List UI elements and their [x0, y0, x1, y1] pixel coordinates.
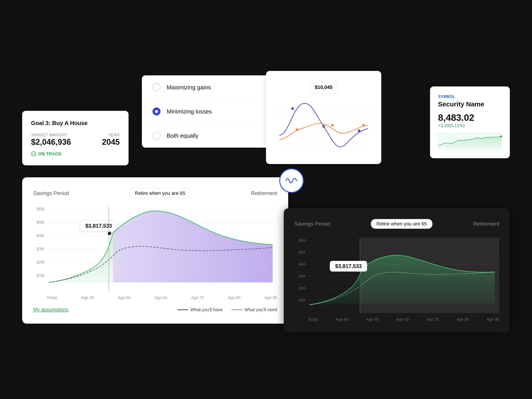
x-axis-dark: Today Age 40 Age 50 Age 60 Age 70 Age 80… [294, 315, 499, 322]
security-change: +3.28(0.11%) [438, 123, 502, 128]
x-label-60-dark: Age 60 [396, 317, 409, 322]
security-card: SYMBOL Security Name 8,483.02 +3.28(0.11… [430, 86, 510, 158]
x-label-70-light: Age 70 [191, 296, 204, 300]
svg-text:$5M: $5M [298, 250, 305, 254]
stock-chart-card: $10,045 [266, 71, 381, 164]
stock-tooltip: $10,045 [310, 82, 337, 93]
chart-area-dark: $3,817,533 $6M $5M $4M $3M $2M $1M [294, 238, 499, 322]
svg-point-9 [331, 124, 334, 127]
x-label-40-dark: Age 40 [336, 317, 348, 322]
svg-text:$1M: $1M [37, 273, 44, 278]
savings-dark-card: Savings Period Retire when you are 65 Re… [284, 208, 510, 332]
x-label-today-dark: Today [308, 317, 318, 322]
x-label-80-dark: Age 80 [456, 317, 469, 322]
stock-svg [275, 89, 372, 160]
security-name: Security Name [438, 101, 502, 108]
chart-legend: What you'll have What you'll need [177, 307, 277, 312]
security-sparkline [438, 133, 502, 150]
retirement-label-light: Retirement [251, 190, 277, 196]
svg-text:$3M: $3M [37, 247, 44, 251]
svg-point-10 [362, 124, 365, 127]
goal-title: Goal 3: Buy A House [31, 120, 120, 127]
target-label: TARGET AMOUNT [31, 133, 71, 137]
chart-footer-light: My assumptions What you'll have What you… [33, 307, 277, 313]
svg-text:$4M: $4M [37, 234, 44, 238]
x-label-50-dark: Age 50 [366, 317, 379, 322]
svg-point-7 [358, 129, 361, 132]
check-circle-icon [31, 151, 36, 157]
goal-card: Goal 3: Buy A House TARGET AMOUNT $2,046… [22, 111, 129, 165]
chart-header-dark: Savings Period Retire when you are 65 Re… [294, 219, 499, 229]
svg-text:$6M: $6M [298, 239, 305, 242]
radio-circle-both [152, 132, 160, 140]
svg-text:$3M: $3M [298, 274, 305, 278]
x-label-60-light: Age 60 [154, 296, 167, 300]
x-label-90-light: Age 90 [265, 296, 277, 300]
svg-point-5 [291, 107, 294, 110]
chart-header-light: Savings Period Retire when you are 65 Re… [33, 188, 277, 198]
security-price: 8,483.02 [438, 112, 502, 123]
svg-point-0 [32, 152, 36, 156]
legend-need: What you'll need [232, 307, 277, 312]
retirement-label-dark: Retirement [473, 221, 499, 227]
assumptions-link[interactable]: My assumptions [33, 307, 69, 313]
radio-circle-minimizing [152, 108, 160, 115]
svg-point-8 [296, 128, 298, 131]
legend-have-label: What you'll have [190, 307, 223, 312]
x-axis-light: Today Age 40 Age 50 Age 60 Age 70 Age 80… [33, 293, 277, 300]
savings-light-card: Savings Period Retire when you are 65 Re… [22, 177, 288, 324]
retire-badge-dark: Retire when you are 65 [371, 219, 432, 229]
svg-text:$4M: $4M [298, 262, 305, 266]
sparkline-svg [438, 133, 502, 150]
chart-area-light: $3,817,533 $6M $5M $4M $3M $2M $1M [33, 207, 277, 300]
svg-text:$1M: $1M [298, 298, 305, 302]
x-label-90-dark: Age 90 [487, 317, 499, 322]
radio-label-both: Both equally [167, 132, 198, 139]
chart-dot-light [107, 231, 112, 236]
year-label: YEAR [102, 133, 120, 137]
savings-period-label-dark: Savings Period [294, 221, 330, 227]
svg-point-6 [322, 125, 325, 128]
radio-label-maximizing: Maximizing gains [167, 84, 211, 91]
radio-circle-maximizing [152, 83, 160, 91]
stock-chart-area: $10,045 [275, 80, 372, 151]
legend-have: What you'll have [177, 307, 223, 312]
x-label-50-light: Age 50 [118, 296, 131, 300]
svg-text:$2M: $2M [298, 286, 305, 290]
legend-line-solid [177, 310, 188, 310]
savings-svg-light: $6M $5M $4M $3M $2M $1M [33, 207, 277, 291]
retire-badge-light: Retire when you are 65 [129, 188, 191, 198]
radio-label-minimizing: Minimizing losses [167, 108, 212, 115]
x-label-70-dark: Age 70 [426, 317, 439, 322]
target-value: $2,046,936 [31, 137, 71, 147]
goal-status: ON TRACK [31, 151, 120, 157]
svg-text:$2M: $2M [37, 260, 44, 265]
x-label-today-light: Today [47, 296, 57, 300]
legend-line-dashed [232, 310, 242, 310]
x-label-40-light: Age 40 [81, 296, 94, 300]
security-symbol: SYMBOL [438, 95, 502, 99]
wave-svg [285, 176, 298, 185]
svg-text:$5M: $5M [37, 220, 44, 225]
chart-tooltip-dark: $3,817,533 [330, 261, 367, 272]
x-label-80-light: Age 80 [228, 296, 241, 300]
wave-icon [279, 168, 304, 193]
svg-text:$6M: $6M [37, 207, 44, 211]
status-text: ON TRACK [38, 151, 62, 157]
legend-need-label: What you'll need [245, 307, 277, 312]
year-value: 2045 [102, 137, 120, 147]
savings-period-label-light: Savings Period [33, 190, 69, 196]
